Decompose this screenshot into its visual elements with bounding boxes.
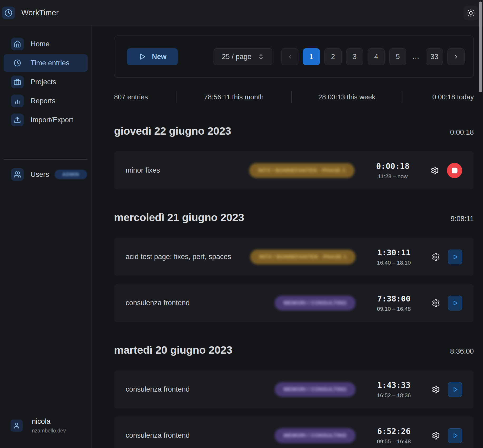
play-icon xyxy=(452,254,459,260)
gear-icon xyxy=(432,299,440,307)
stat-this-week: 28:03:13 this week xyxy=(291,91,402,103)
stat-total-entries: 807 entries xyxy=(114,91,176,103)
project-badge: MEMORI / CONSULTING xyxy=(275,296,356,310)
day-total: 8:36:00 xyxy=(450,345,474,358)
play-icon xyxy=(138,53,146,61)
pagination: 1 2 3 4 5 … 33 xyxy=(281,48,465,65)
play-icon xyxy=(452,432,459,439)
prev-page-button[interactable] xyxy=(281,48,298,65)
home-icon xyxy=(11,38,24,50)
entry-duration: 1:43:33 xyxy=(377,381,410,390)
gear-icon xyxy=(431,166,439,175)
entry-time-range: 16:40 – 18:10 xyxy=(377,260,411,266)
entry-settings-button[interactable] xyxy=(432,253,440,261)
entry-settings-button[interactable] xyxy=(432,431,440,440)
day-section-header: mercoledì 21 giugno 2023 9:08:11 xyxy=(114,211,474,224)
day-section-header: giovedì 22 giugno 2023 0:00:18 xyxy=(114,125,474,137)
entry-title: consulenza frontend xyxy=(126,385,190,393)
admin-badge: ADMIN xyxy=(55,170,87,179)
sidebar-item-label: Users xyxy=(31,171,49,179)
play-icon xyxy=(452,300,459,306)
theme-toggle-button[interactable] xyxy=(464,6,478,20)
top-bar: WorkTimer xyxy=(0,0,483,26)
play-icon xyxy=(452,386,459,393)
sidebar-item-import-export[interactable]: Import/Export xyxy=(4,111,88,129)
account-username: nicola xyxy=(32,417,66,426)
sidebar-item-label: Reports xyxy=(31,97,56,105)
entry-settings-button[interactable] xyxy=(432,299,440,307)
entry-settings-button[interactable] xyxy=(431,166,439,175)
entry-time-block: 1:43:33 16:52 – 18:36 xyxy=(366,381,422,398)
chevron-right-icon xyxy=(453,54,459,60)
entry-time-range: 16:52 – 18:36 xyxy=(377,392,411,398)
stat-today: 0:00:18 today xyxy=(402,91,474,103)
page-size-select[interactable]: 25 / page xyxy=(214,48,272,65)
stop-timer-button[interactable] xyxy=(447,163,462,178)
bar-chart-icon xyxy=(11,95,24,107)
day-section-header: martedì 20 giugno 2023 8:36:00 xyxy=(114,344,474,356)
resume-timer-button[interactable] xyxy=(448,428,462,443)
entry-duration: 6:52:26 xyxy=(377,427,410,436)
entry-time-block: 1:30:11 16:40 – 18:10 xyxy=(366,248,422,266)
resume-timer-button[interactable] xyxy=(448,296,462,310)
account-domain: nzambello.dev xyxy=(32,428,66,434)
app-logo xyxy=(2,7,15,19)
gear-icon xyxy=(432,431,440,440)
day-total: 0:00:18 xyxy=(450,126,474,139)
resume-timer-button[interactable] xyxy=(448,250,462,264)
chevrons-up-down-icon xyxy=(258,53,264,60)
day-total: 9:08:11 xyxy=(451,212,474,225)
entry-settings-button[interactable] xyxy=(432,385,440,394)
project-badge: INTX / BONNEFANTEN - PHASE 1 xyxy=(250,250,356,264)
entry-title: consulenza frontend xyxy=(126,299,190,307)
entry-title: consulenza frontend xyxy=(126,431,190,440)
clock-icon xyxy=(11,57,24,69)
resume-timer-button[interactable] xyxy=(448,382,462,397)
day-title: martedì 20 giugno 2023 xyxy=(114,344,232,356)
gear-icon xyxy=(432,253,440,261)
entry-time-range: 09:10 – 16:48 xyxy=(377,306,411,312)
day-title: giovedì 22 giugno 2023 xyxy=(114,125,231,137)
stats-row: 807 entries 78:56:11 this month 28:03:13… xyxy=(114,91,474,103)
entry-time-range: 11:28 – now xyxy=(378,173,408,179)
account-info[interactable]: nicola nzambello.dev xyxy=(0,417,92,434)
sidebar-item-users[interactable]: Users ADMIN xyxy=(4,166,88,183)
time-entry-card: minor fixes INTX / BONNEFANTEN - PHASE 1… xyxy=(114,151,474,189)
sidebar-item-label: Projects xyxy=(31,78,56,86)
gear-icon xyxy=(432,385,440,394)
sidebar-item-time-entries[interactable]: Time entries xyxy=(4,54,88,72)
page-button-2[interactable]: 2 xyxy=(324,48,342,65)
new-entry-button[interactable]: New xyxy=(127,48,178,65)
chevron-left-icon xyxy=(287,54,293,60)
time-entry-card: consulenza frontend MEMORI / CONSULTING … xyxy=(114,284,474,322)
page-button-5[interactable]: 5 xyxy=(389,48,406,65)
sidebar: Home Time entries Projects Reports Impor… xyxy=(0,26,92,448)
briefcase-icon xyxy=(11,76,24,88)
entry-time-range: 09:55 – 16:48 xyxy=(377,438,411,445)
entry-title: minor fixes xyxy=(126,166,160,174)
page-button-33[interactable]: 33 xyxy=(426,48,443,65)
entry-time-block: 7:38:00 09:10 – 16:48 xyxy=(366,294,422,312)
project-badge: INTX / BONNEFANTEN - PHASE 1 xyxy=(249,163,354,178)
upload-icon xyxy=(11,114,24,126)
page-button-3[interactable]: 3 xyxy=(346,48,363,65)
sidebar-item-reports[interactable]: Reports xyxy=(4,92,88,110)
entry-duration: 7:38:00 xyxy=(377,294,410,303)
sidebar-item-label: Import/Export xyxy=(31,116,73,124)
entry-time-block: 6:52:26 09:55 – 16:48 xyxy=(366,427,422,445)
time-entry-card: acid test page: fixes, perf, spaces INTX… xyxy=(114,238,474,276)
time-entry-card: consulenza frontend MEMORI / CONSULTING … xyxy=(114,370,474,408)
sidebar-item-label: Time entries xyxy=(31,59,70,67)
sidebar-item-projects[interactable]: Projects xyxy=(4,73,88,91)
stop-icon xyxy=(452,168,457,173)
time-entry-card: consulenza frontend MEMORI / CONSULTING … xyxy=(114,416,474,448)
next-page-button[interactable] xyxy=(447,48,465,65)
app-title: WorkTimer xyxy=(21,8,59,17)
sidebar-item-home[interactable]: Home xyxy=(4,35,88,53)
page-button-1[interactable]: 1 xyxy=(303,48,320,65)
main-content: New 25 / page 1 2 3 4 5 … 33 xyxy=(92,26,483,448)
scrollbar-thumb[interactable] xyxy=(479,2,482,92)
project-badge: MEMORI / CONSULTING xyxy=(275,428,356,443)
stat-this-month: 78:56:11 this month xyxy=(176,91,291,103)
page-button-4[interactable]: 4 xyxy=(368,48,385,65)
